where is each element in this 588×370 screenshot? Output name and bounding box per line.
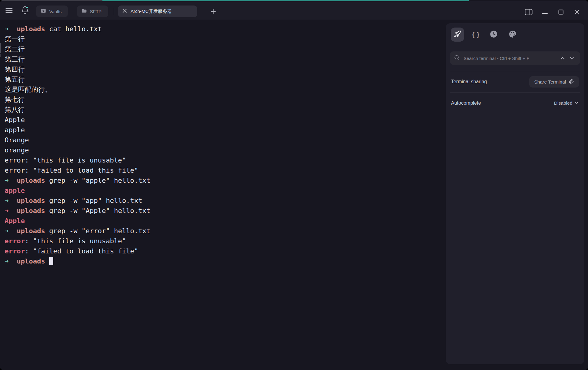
tab-terminal-active[interactable]: Arch-MC开发服务器	[118, 6, 197, 17]
terminal-text-segment: error	[5, 247, 25, 255]
tab-divider	[114, 8, 114, 15]
new-tab-button[interactable]	[209, 8, 217, 16]
share-terminal-button[interactable]: Share Terminal	[529, 76, 579, 88]
search-next-button[interactable]	[567, 54, 576, 63]
terminal-text-segment: ➜	[5, 207, 17, 215]
panel-tab-history[interactable]	[487, 28, 500, 42]
terminal-line: apple	[5, 185, 439, 196]
tab-sftp[interactable]: SFTP	[77, 6, 108, 17]
terminal-text-segment: ➜	[5, 177, 17, 184]
terminal-line: 第四行	[5, 64, 439, 74]
terminal-text-segment: cat hello.txt	[45, 25, 102, 33]
notifications-button[interactable]	[20, 6, 30, 16]
search-previous-button[interactable]	[558, 54, 567, 63]
bell-icon	[21, 6, 29, 16]
search-icon	[454, 54, 460, 62]
paperclip-icon	[569, 79, 574, 85]
vault-icon	[40, 8, 46, 15]
maximize-button[interactable]	[557, 9, 565, 17]
terminal-text-segment: uploads	[17, 227, 45, 235]
panel-tab-snippets[interactable]: { }	[469, 28, 483, 42]
title-bar: Vaults SFTP Arch-MC开发服务器	[0, 1, 588, 20]
braces-icon: { }	[472, 31, 479, 38]
terminal-scrollbar[interactable]	[0, 43, 1, 53]
terminal-line: apple	[5, 125, 439, 135]
terminal-line: error: "this file is unusable"	[5, 155, 439, 165]
terminal-search-input[interactable]	[463, 55, 558, 61]
terminal-text-segment: ➜	[5, 25, 17, 33]
terminal-text-segment: apple	[5, 126, 25, 134]
terminal-text-segment: ➜	[5, 257, 17, 265]
terminal-line: ➜ uploads grep -w "app" hello.txt	[5, 196, 439, 206]
terminal-text-segment: uploads	[17, 177, 45, 184]
terminal-text-segment: error: "this file is unusable"	[5, 156, 126, 164]
terminal-text-segment: grep -w "app" hello.txt	[45, 197, 142, 204]
tab-vaults-label: Vaults	[49, 9, 62, 14]
toggle-sidebar-button[interactable]	[523, 9, 534, 17]
terminal-output[interactable]: ➜ uploads cat hello.txt第一行第二行第三行第四行第五行这是…	[5, 24, 439, 266]
terminal-text-segment: error: "failed to load this file"	[5, 166, 138, 174]
terminal-text-segment: 第一行	[5, 35, 25, 43]
maximize-icon	[558, 9, 564, 16]
terminal-line: 第五行	[5, 74, 439, 84]
terminal-text-segment: 这是匹配的行。	[5, 86, 52, 93]
minimize-icon	[542, 10, 548, 15]
panel-divider	[450, 92, 580, 93]
terminal-line: 第二行	[5, 44, 439, 54]
terminal-text-segment: apple	[5, 187, 25, 194]
terminal-line: Orange	[5, 135, 439, 145]
terminal-text-segment: uploads	[17, 25, 45, 33]
terminal-sharing-label: Terminal sharing	[451, 79, 487, 84]
sidebar-toggle-icon	[525, 9, 533, 17]
terminal-scrollbar-track	[0, 54, 1, 57]
terminal-text-segment: 第二行	[5, 45, 25, 53]
terminal-text-segment: uploads	[17, 197, 45, 204]
terminal-text-segment	[45, 257, 49, 265]
panel-divider	[450, 71, 580, 71]
autocomplete-value: Disabled	[554, 100, 572, 106]
terminal-text-segment: ➜	[5, 197, 17, 204]
terminal-line: error: "failed to load this file"	[5, 165, 439, 175]
terminal-text-segment: grep -w "error" hello.txt	[45, 227, 150, 235]
terminal-search-box[interactable]	[450, 51, 580, 65]
terminal-cursor	[49, 257, 53, 265]
terminal-text-segment: ➜	[5, 227, 17, 235]
close-window-icon	[574, 9, 579, 16]
terminal-text-segment: uploads	[17, 207, 45, 215]
minimize-button[interactable]	[541, 9, 549, 17]
terminal-line: 第七行	[5, 95, 439, 105]
terminal-text-segment: Apple	[5, 116, 25, 124]
terminal-line: 第八行	[5, 105, 439, 115]
clock-icon	[490, 30, 498, 39]
terminal-line: 第三行	[5, 54, 439, 64]
folder-icon	[81, 8, 87, 15]
terminal-text-segment: 第七行	[5, 96, 25, 103]
panel-tab-appearance[interactable]	[506, 28, 519, 42]
terminal-text-segment: orange	[5, 146, 29, 154]
palette-icon	[508, 30, 517, 39]
panel-tab-quick-actions[interactable]	[451, 28, 464, 42]
terminal-text-segment: grep -w "apple" hello.txt	[45, 177, 150, 184]
plus-icon	[211, 9, 216, 15]
terminal-text-segment: 第五行	[5, 76, 25, 83]
terminal-text-segment: 第四行	[5, 65, 25, 73]
terminal-text-segment: Orange	[5, 136, 29, 144]
close-window-button[interactable]	[572, 9, 581, 17]
close-tab-icon[interactable]	[122, 9, 127, 14]
hamburger-menu-button[interactable]	[5, 8, 13, 14]
tab-vaults[interactable]: Vaults	[36, 6, 68, 17]
terminal-text-segment: grep -w "Apple" hello.txt	[45, 207, 150, 215]
tab-terminal-label: Arch-MC开发服务器	[131, 9, 172, 14]
terminal-line: 这是匹配的行。	[5, 84, 439, 95]
terminal-line: orange	[5, 145, 439, 155]
autocomplete-dropdown[interactable]: Disabled	[554, 99, 579, 108]
share-terminal-button-label: Share Terminal	[534, 79, 566, 85]
chevron-down-icon	[574, 100, 579, 106]
terminal-line: error: "this file is unusable"	[5, 236, 439, 246]
terminal-line: Apple	[5, 216, 439, 226]
terminal-line: ➜ uploads cat hello.txt	[5, 24, 439, 34]
terminal-text-segment: : "this file is unusable"	[25, 237, 126, 245]
terminal-text-segment: error	[5, 237, 25, 245]
terminal-line: Apple	[5, 115, 439, 125]
terminal-line: error: "failed to load this file"	[5, 246, 439, 256]
